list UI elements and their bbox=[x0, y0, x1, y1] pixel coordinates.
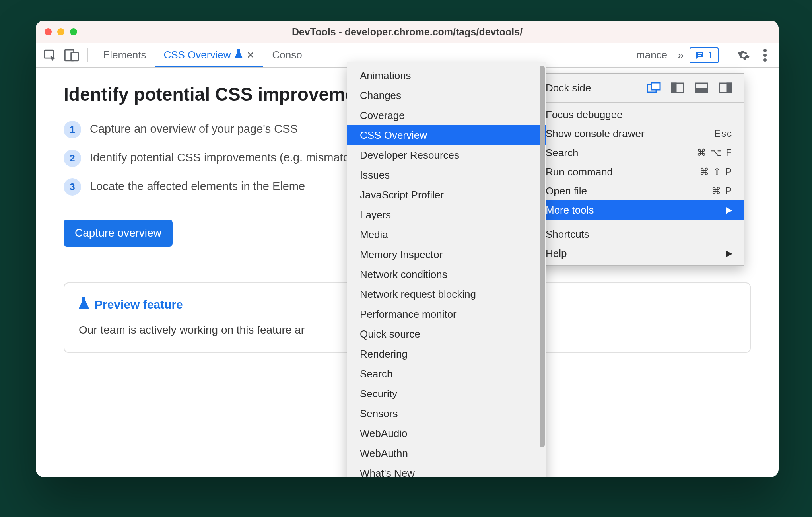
menu-shortcuts[interactable]: Shortcuts bbox=[534, 225, 744, 244]
submenu-item[interactable]: Performance monitor bbox=[347, 304, 546, 324]
submenu-item[interactable]: WebAuthn bbox=[347, 443, 546, 463]
preview-text: Our team is actively working on this fea… bbox=[79, 324, 305, 336]
menu-search[interactable]: Search⌘ ⌥ F bbox=[534, 143, 744, 162]
submenu-label: Developer Resources bbox=[360, 149, 459, 161]
submenu-label: WebAuthn bbox=[360, 447, 408, 460]
submenu-item[interactable]: Quick source bbox=[347, 324, 546, 344]
scrollbar[interactable] bbox=[540, 66, 545, 467]
tab-performance[interactable]: mance bbox=[631, 43, 672, 67]
tab-elements[interactable]: Elements bbox=[94, 43, 155, 67]
submenu-item[interactable]: Network conditions bbox=[347, 264, 546, 284]
submenu-item[interactable]: Media bbox=[347, 225, 546, 245]
submenu-label: Performance monitor bbox=[360, 308, 457, 321]
flask-icon bbox=[235, 49, 243, 61]
menu-help[interactable]: Help▶ bbox=[534, 244, 744, 263]
submenu-item[interactable]: Coverage bbox=[347, 105, 546, 125]
device-toggle-icon[interactable] bbox=[62, 47, 81, 64]
more-tools-submenu: AnimationsChangesCoverageCSS OverviewDev… bbox=[347, 62, 546, 477]
svg-rect-15 bbox=[727, 83, 731, 93]
menu-label: Search bbox=[546, 147, 578, 159]
capture-overview-button[interactable]: Capture overview bbox=[64, 220, 173, 247]
maximize-window-button[interactable] bbox=[70, 28, 77, 35]
submenu-label: JavaScript Profiler bbox=[360, 189, 444, 201]
submenu-item[interactable]: Memory Inspector bbox=[347, 245, 546, 264]
dock-label: Dock side bbox=[546, 82, 591, 94]
menu-label: More tools bbox=[546, 204, 594, 216]
submenu-item[interactable]: Sensors bbox=[347, 404, 546, 424]
menu-shortcut: ⌘ ⇧ P bbox=[699, 166, 732, 177]
submenu-item[interactable]: Network request blocking bbox=[347, 284, 546, 304]
submenu-item[interactable]: Search bbox=[347, 364, 546, 384]
menu-open-file[interactable]: Open file⌘ P bbox=[534, 181, 744, 200]
menu-separator bbox=[534, 222, 744, 222]
window-controls bbox=[45, 28, 77, 35]
submenu-item[interactable]: Animations bbox=[347, 66, 546, 86]
submenu-label: Issues bbox=[360, 169, 390, 181]
submenu-label: Memory Inspector bbox=[360, 249, 443, 261]
submenu-label: Security bbox=[360, 388, 397, 400]
submenu-label: Search bbox=[360, 368, 392, 380]
menu-shortcut: Esc bbox=[714, 128, 732, 139]
submenu-label: What's New bbox=[360, 467, 415, 478]
issues-count: 1 bbox=[708, 50, 713, 61]
inspect-element-icon[interactable] bbox=[41, 47, 60, 64]
submenu-label: Quick source bbox=[360, 328, 420, 340]
submenu-label: Rendering bbox=[360, 348, 408, 360]
settings-icon[interactable] bbox=[735, 47, 752, 64]
svg-rect-2 bbox=[71, 52, 78, 61]
submenu-label: Layers bbox=[360, 209, 391, 221]
svg-rect-13 bbox=[695, 89, 707, 93]
menu-label: Focus debuggee bbox=[546, 109, 623, 121]
dock-side-row: Dock side bbox=[534, 76, 744, 100]
submenu-item[interactable]: Developer Resources bbox=[347, 145, 546, 165]
tab-console[interactable]: Conso bbox=[263, 43, 311, 67]
submenu-item[interactable]: Issues bbox=[347, 165, 546, 185]
submenu-item[interactable]: Rendering bbox=[347, 344, 546, 364]
submenu-label: WebAudio bbox=[360, 428, 408, 440]
menu-more-tools[interactable]: More tools▶ bbox=[534, 200, 744, 220]
svg-rect-11 bbox=[672, 83, 676, 93]
submenu-item[interactable]: JavaScript Profiler bbox=[347, 185, 546, 205]
preview-title: Preview feature bbox=[95, 298, 183, 311]
more-tabs-icon[interactable]: » bbox=[674, 49, 687, 62]
close-tab-icon[interactable]: ✕ bbox=[247, 50, 254, 61]
tab-label: Conso bbox=[272, 49, 302, 61]
tab-css-overview[interactable]: CSS Overview ✕ bbox=[155, 43, 263, 67]
svg-rect-9 bbox=[651, 83, 660, 90]
submenu-label: CSS Overview bbox=[360, 129, 427, 142]
window-title: DevTools - developer.chrome.com/tags/dev… bbox=[44, 26, 771, 38]
menu-label: Shortcuts bbox=[546, 228, 589, 241]
scrollbar-thumb[interactable] bbox=[540, 66, 545, 447]
submenu-label: Network request blocking bbox=[360, 288, 476, 301]
separator bbox=[727, 48, 727, 62]
dock-bottom-icon[interactable] bbox=[694, 82, 709, 94]
tab-label: Elements bbox=[103, 49, 146, 61]
issues-button[interactable]: 1 bbox=[690, 47, 719, 63]
menu-show-console[interactable]: Show console drawerEsc bbox=[534, 124, 744, 143]
menu-label: Open file bbox=[546, 185, 587, 197]
menu-shortcut: ⌘ ⌥ F bbox=[697, 147, 732, 158]
minimize-window-button[interactable] bbox=[57, 28, 64, 35]
menu-shortcut: ⌘ P bbox=[711, 185, 732, 196]
submenu-arrow-icon: ▶ bbox=[726, 248, 732, 258]
kebab-menu-icon[interactable] bbox=[756, 47, 774, 64]
submenu-label: Changes bbox=[360, 89, 401, 102]
menu-label: Run command bbox=[546, 166, 613, 178]
menu-run-command[interactable]: Run command⌘ ⇧ P bbox=[534, 162, 744, 181]
dock-right-icon[interactable] bbox=[718, 82, 732, 94]
submenu-label: Sensors bbox=[360, 408, 398, 420]
dock-left-icon[interactable] bbox=[670, 82, 685, 94]
submenu-label: Media bbox=[360, 229, 388, 241]
submenu-item[interactable]: WebAudio bbox=[347, 424, 546, 443]
toolbar-right: 1 bbox=[690, 47, 774, 64]
submenu-item[interactable]: Changes bbox=[347, 86, 546, 105]
submenu-item[interactable]: Security bbox=[347, 384, 546, 404]
menu-focus-debuggee[interactable]: Focus debuggee bbox=[534, 105, 744, 124]
svg-point-7 bbox=[763, 58, 767, 62]
dock-undock-icon[interactable] bbox=[647, 82, 661, 94]
tab-label: mance bbox=[636, 49, 667, 61]
submenu-item[interactable]: What's New bbox=[347, 463, 546, 477]
submenu-item[interactable]: CSS Overview bbox=[347, 125, 546, 145]
close-window-button[interactable] bbox=[45, 28, 52, 35]
submenu-item[interactable]: Layers bbox=[347, 205, 546, 225]
